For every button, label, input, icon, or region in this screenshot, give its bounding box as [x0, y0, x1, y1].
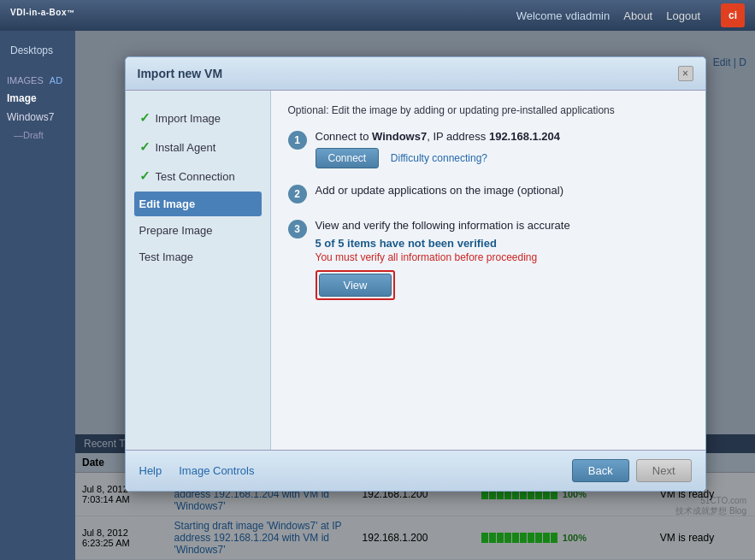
items-count-text: 5 of 5 items have not been verified [316, 237, 688, 250]
next-button[interactable]: Next [636, 459, 692, 482]
sidebar: Desktops Images Ad Image Windows7 —Draft [0, 31, 75, 560]
step-content-2: Add or update applications on the image … [316, 184, 688, 202]
view-button-wrapper: View [316, 270, 396, 300]
back-button[interactable]: Back [572, 459, 629, 482]
sidebar-item-desktops[interactable]: Desktops [0, 38, 75, 63]
image-controls-link[interactable]: Image Controls [179, 464, 254, 477]
wizard-content: Optional: Edit the image by adding or up… [271, 91, 705, 450]
step-label-4: Edit Image [139, 197, 196, 210]
check-icon-1: ✓ [139, 110, 150, 126]
connect-button[interactable]: Connect [316, 148, 380, 168]
wizard-steps: ✓ Import Image ✓ Install Agent ✓ Test Co… [126, 91, 271, 450]
wizard-step-test-connection[interactable]: ✓ Test Connection [134, 162, 262, 190]
sidebar-section-images: Images Ad Image Windows7 —Draft [0, 72, 75, 144]
sidebar-item-draft[interactable]: —Draft [0, 127, 75, 144]
nav-right: Welcome vdiadmin About Logout ci [516, 3, 745, 27]
step-row-1: 1 Connect to Windows7, IP address 192.16… [288, 130, 688, 168]
step2-text: Add or update applications on the image … [316, 184, 688, 197]
optional-note: Optional: Edit the image by adding or up… [288, 104, 688, 116]
step-circle-2: 2 [288, 185, 307, 203]
check-icon-2: ✓ [139, 139, 150, 155]
step-circle-3: 3 [288, 220, 307, 239]
step-label-6: Test Image [139, 251, 194, 263]
step1-text: Connect to Windows7, IP address 192.168.… [316, 130, 688, 143]
step-row-3: 3 View and verify the following informat… [288, 219, 688, 300]
modal-header: Import new VM × [126, 57, 705, 91]
modal-overlay: Import new VM × ✓ Import Image ✓ Install… [75, 31, 755, 560]
modal-footer: Help Image Controls Back Next [126, 450, 705, 491]
wizard-step-prepare-image[interactable]: Prepare Image [134, 218, 262, 243]
logout-link[interactable]: Logout [666, 9, 700, 22]
wizard-step-install-agent[interactable]: ✓ Install Agent [134, 133, 262, 161]
sidebar-item-image[interactable]: Image [0, 89, 75, 108]
step-label-5: Prepare Image [139, 224, 213, 237]
top-navbar: VDI-in-a-Box™ Welcome vdiadmin About Log… [0, 0, 755, 31]
step3-info: 5 of 5 items have not been verified You … [316, 237, 688, 300]
wizard-step-edit-image[interactable]: Edit Image [134, 192, 262, 216]
step-label-1: Import Image [156, 112, 221, 125]
wizard-step-import-image[interactable]: ✓ Import Image [134, 104, 262, 132]
footer-actions: Back Next [572, 459, 692, 482]
step-circle-1: 1 [288, 131, 307, 150]
step-row-2: 2 Add or update applications on the imag… [288, 184, 688, 203]
sidebar-images-label: Images Ad [0, 72, 75, 89]
difficulty-link[interactable]: Difficulty connecting? [391, 152, 487, 164]
step-content-3: View and verify the following informatio… [316, 219, 688, 300]
import-vm-modal: Import new VM × ✓ Import Image ✓ Install… [125, 56, 706, 492]
about-link[interactable]: About [623, 9, 652, 22]
step-label-3: Test Connection [156, 170, 235, 183]
check-icon-3: ✓ [139, 168, 150, 184]
step3-text: View and verify the following informatio… [316, 219, 688, 232]
modal-title: Import new VM [138, 67, 223, 80]
brand-text: VDI-in-a-Box [10, 8, 67, 17]
must-verify-text: You must verify all information before p… [316, 251, 688, 263]
help-link[interactable]: Help [139, 464, 162, 477]
step-label-2: Install Agent [156, 141, 216, 154]
sidebar-item-windows7[interactable]: Windows7 [0, 108, 75, 127]
welcome-text: Welcome vdiadmin [516, 9, 610, 22]
modal-body: ✓ Import Image ✓ Install Agent ✓ Test Co… [126, 91, 705, 450]
view-button[interactable]: View [319, 274, 392, 297]
app-brand: VDI-in-a-Box™ [10, 8, 75, 23]
main-area: Desktops Images Ad Image Windows7 —Draft… [0, 31, 755, 560]
wizard-step-test-image[interactable]: Test Image [134, 245, 262, 269]
ci-logo: ci [721, 3, 745, 27]
modal-close-button[interactable]: × [678, 66, 693, 81]
content-area: Edit | D Import new VM × ✓ Import Image [75, 31, 755, 560]
step-content-1: Connect to Windows7, IP address 192.168.… [316, 130, 688, 168]
brand-sup: ™ [67, 9, 75, 17]
